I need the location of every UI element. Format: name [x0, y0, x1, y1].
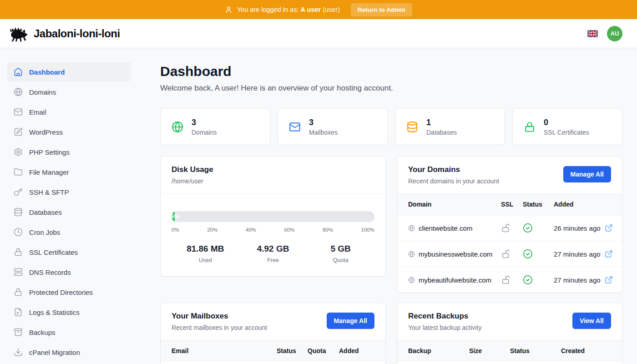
scale-tick: 80% — [323, 227, 333, 233]
domain-row[interactable]: mybusinesswebsite.com 27 minutes ago — [397, 241, 622, 267]
sidebar-item-label: cPanel Migration — [29, 349, 80, 356]
return-to-admin-button[interactable]: Return to Admin — [351, 3, 412, 16]
sidebar-item-ssh-sftp[interactable]: SSH & SFTP — [7, 182, 131, 202]
col-quota: Quota — [308, 347, 339, 354]
sidebar-item-label: SSH & SFTP — [29, 188, 69, 196]
mailbox-row — [161, 361, 385, 364]
server-icon — [14, 268, 23, 277]
ssl-unlocked-icon — [501, 223, 523, 233]
external-link-icon[interactable] — [605, 276, 615, 284]
stat-value: 3 — [309, 118, 338, 127]
col-ssl: SSL — [501, 201, 523, 208]
sidebar-item-email[interactable]: Email — [7, 102, 131, 122]
domain-added: 26 minutes ago — [554, 224, 605, 232]
manage-all-mailboxes-button[interactable]: Manage All — [327, 313, 374, 329]
lock-icon — [524, 121, 536, 133]
sidebar-item-backups[interactable]: Backups — [7, 322, 131, 342]
sidebar-item-ssl-certificates[interactable]: SSL Certificates — [7, 242, 131, 262]
disk-usage-scale: 0% 20% 40% 60% 80% 100% — [172, 227, 374, 233]
globe-icon — [172, 121, 183, 133]
disk-used-value: 81.86 MB — [172, 244, 239, 254]
user-avatar[interactable]: AU — [607, 26, 622, 41]
disk-free: 4.92 GB Free — [239, 244, 307, 263]
domain-name: clientwebsite.com — [419, 224, 472, 232]
sidebar-item-label: Logs & Statistics — [29, 308, 80, 316]
banner-role: (user) — [323, 6, 340, 13]
archive-icon — [14, 328, 23, 337]
sidebar-item-dns-records[interactable]: DNS Records — [7, 262, 131, 282]
mail-icon — [14, 107, 23, 116]
sidebar-item-cpanel-migration[interactable]: cPanel Migration — [7, 342, 131, 362]
disk-quota: 5 GB Quota — [307, 244, 374, 263]
stat-label: Mailboxes — [309, 129, 338, 136]
stat-card-domains[interactable]: 3 Domains — [160, 108, 270, 145]
page-title: Dashboard — [160, 64, 622, 79]
domain-row[interactable]: clientwebsite.com 26 minutes ago — [397, 215, 622, 241]
domain-added: 27 minutes ago — [554, 276, 605, 284]
stat-card-mailboxes[interactable]: 3 Mailboxes — [278, 108, 388, 145]
view-all-backups-button[interactable]: View All — [572, 313, 611, 329]
stat-label: Domains — [192, 129, 217, 136]
scale-tick: 40% — [246, 227, 256, 233]
your-domains-title: Your Domains — [408, 165, 499, 174]
sidebar-item-label: WordPress — [29, 128, 63, 136]
manage-all-domains-button[interactable]: Manage All — [563, 166, 611, 182]
sidebar-item-label: Protected Directories — [29, 288, 93, 296]
disk-used-label: Used — [172, 257, 239, 263]
brand[interactable]: Jabaloni-loni-loni — [7, 25, 120, 42]
disk-free-label: Free — [239, 257, 307, 263]
status-active-icon — [523, 223, 554, 233]
stat-value: 1 — [426, 118, 457, 127]
external-link-icon[interactable] — [605, 250, 615, 258]
globe-icon — [408, 251, 415, 258]
stat-card-databases[interactable]: 1 Databases — [395, 108, 505, 145]
your-domains-subtitle: Recent domains in your account — [408, 177, 499, 185]
col-created: Created — [561, 347, 615, 354]
domain-name: mybusinesswebsite.com — [419, 250, 493, 258]
database-icon — [14, 207, 23, 217]
sidebar-item-dashboard[interactable]: Dashboard — [7, 62, 131, 82]
app-header: Jabaloni-loni-loni AU — [0, 19, 637, 48]
sidebar-item-file-manager[interactable]: File Manager — [7, 162, 131, 182]
clock-icon — [14, 228, 23, 237]
banner-username: A user — [301, 6, 321, 13]
sidebar-item-label: Dashboard — [29, 68, 65, 76]
external-link-icon[interactable] — [605, 224, 615, 232]
disk-quota-value: 5 GB — [307, 244, 374, 254]
stat-label: Databases — [426, 129, 457, 136]
ssl-unlocked-icon — [501, 249, 523, 259]
disk-usage-percent: 1.6% — [172, 211, 179, 222]
lock-icon — [14, 288, 23, 297]
sidebar-item-php-settings[interactable]: PHP Settings — [7, 142, 131, 162]
status-active-icon — [523, 249, 554, 259]
backup-row — [397, 361, 622, 364]
col-domain: Domain — [408, 201, 501, 208]
your-mailboxes-subtitle: Recent mailboxes in your account — [172, 324, 267, 331]
gear-icon — [14, 147, 23, 157]
lock-icon — [14, 248, 23, 257]
your-domains-panel: Your Domains Recent domains in your acco… — [397, 156, 622, 293]
sidebar-item-label: Databases — [29, 208, 62, 216]
file-text-icon — [14, 308, 23, 317]
sidebar-item-domains[interactable]: Domains — [7, 82, 131, 102]
col-status: Status — [523, 201, 554, 208]
sidebar-item-cron-jobs[interactable]: Cron Jobs — [7, 222, 131, 242]
sidebar-item-protected-directories[interactable]: Protected Directories — [7, 282, 131, 302]
domain-row[interactable]: mybeautifulwebsite.com 27 minutes ago — [397, 267, 622, 293]
uk-flag-icon[interactable] — [587, 30, 598, 37]
sidebar-item-label: PHP Settings — [29, 148, 70, 156]
disk-free-value: 4.92 GB — [239, 244, 307, 254]
backups-table-header: Backup Size Status Created — [397, 340, 622, 361]
download-icon — [14, 348, 23, 357]
recent-backups-panel: Recent Backups Your latest backup activi… — [397, 303, 622, 364]
disk-usage-title: Disk Usage — [172, 165, 213, 174]
stat-card-ssl-certificates[interactable]: 0 SSL Certificates — [512, 108, 622, 145]
home-icon — [14, 67, 23, 76]
stat-value: 0 — [544, 118, 589, 127]
sidebar-item-logs-statistics[interactable]: Logs & Statistics — [7, 302, 131, 322]
sidebar-item-wordpress[interactable]: WordPress — [7, 122, 131, 142]
globe-icon — [14, 87, 23, 96]
sidebar-item-databases[interactable]: Databases — [7, 202, 131, 222]
disk-used: 81.86 MB Used — [172, 244, 239, 263]
key-icon — [14, 187, 23, 197]
